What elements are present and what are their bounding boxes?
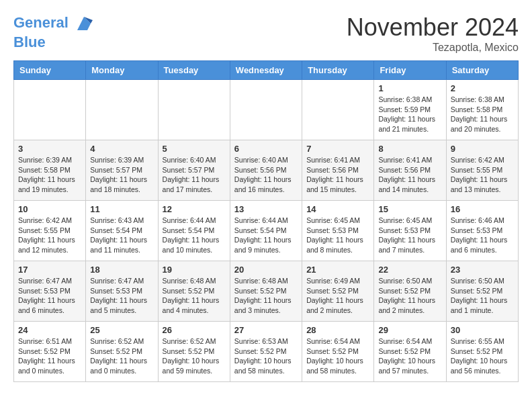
day-info: Sunrise: 6:40 AM Sunset: 5:57 PM Dayligh… [163, 155, 226, 195]
day-info: Sunrise: 6:45 AM Sunset: 5:53 PM Dayligh… [378, 216, 441, 255]
weekday-header: Tuesday [158, 61, 230, 80]
calendar-day-cell: 9Sunrise: 6:42 AM Sunset: 5:55 PM Daylig… [446, 140, 518, 201]
day-info: Sunrise: 6:43 AM Sunset: 5:54 PM Dayligh… [90, 216, 153, 255]
day-info: Sunrise: 6:39 AM Sunset: 5:58 PM Dayligh… [18, 155, 81, 195]
calendar-day-cell: 21Sunrise: 6:49 AM Sunset: 5:52 PM Dayli… [302, 261, 374, 322]
day-number: 15 [378, 204, 441, 214]
calendar-day-cell [158, 80, 230, 140]
location: Tezapotla, Mexico [347, 42, 519, 54]
day-number: 30 [451, 325, 514, 335]
calendar-day-cell: 19Sunrise: 6:48 AM Sunset: 5:52 PM Dayli… [158, 261, 230, 322]
day-number: 10 [18, 204, 81, 214]
day-info: Sunrise: 6:51 AM Sunset: 5:52 PM Dayligh… [18, 336, 81, 376]
day-info: Sunrise: 6:55 AM Sunset: 5:52 PM Dayligh… [451, 336, 514, 376]
calendar-day-cell: 14Sunrise: 6:45 AM Sunset: 5:53 PM Dayli… [302, 201, 374, 261]
logo-blue: Blue [13, 34, 94, 51]
day-number: 29 [378, 325, 441, 335]
weekday-header: Friday [374, 61, 446, 80]
calendar-table: SundayMondayTuesdayWednesdayThursdayFrid… [13, 60, 519, 382]
calendar-day-cell: 15Sunrise: 6:45 AM Sunset: 5:53 PM Dayli… [374, 201, 446, 261]
day-number: 18 [90, 265, 153, 275]
day-info: Sunrise: 6:53 AM Sunset: 5:52 PM Dayligh… [234, 336, 298, 376]
day-info: Sunrise: 6:38 AM Sunset: 5:59 PM Dayligh… [378, 95, 441, 134]
calendar-week-row: 17Sunrise: 6:47 AM Sunset: 5:53 PM Dayli… [14, 261, 519, 322]
weekday-header-row: SundayMondayTuesdayWednesdayThursdayFrid… [14, 61, 519, 80]
calendar-day-cell: 29Sunrise: 6:54 AM Sunset: 5:52 PM Dayli… [374, 322, 446, 382]
day-info: Sunrise: 6:41 AM Sunset: 5:56 PM Dayligh… [306, 155, 369, 195]
calendar-day-cell: 11Sunrise: 6:43 AM Sunset: 5:54 PM Dayli… [86, 201, 158, 261]
calendar-day-cell: 12Sunrise: 6:44 AM Sunset: 5:54 PM Dayli… [158, 201, 230, 261]
day-info: Sunrise: 6:39 AM Sunset: 5:57 PM Dayligh… [90, 155, 153, 195]
day-number: 1 [378, 83, 441, 93]
day-info: Sunrise: 6:50 AM Sunset: 5:52 PM Dayligh… [451, 276, 514, 316]
calendar-day-cell: 7Sunrise: 6:41 AM Sunset: 5:56 PM Daylig… [302, 140, 374, 201]
day-number: 14 [306, 204, 369, 214]
calendar-day-cell [302, 80, 374, 140]
day-info: Sunrise: 6:44 AM Sunset: 5:54 PM Dayligh… [163, 216, 226, 255]
logo: General Blue [13, 13, 94, 51]
calendar-day-cell: 1Sunrise: 6:38 AM Sunset: 5:59 PM Daylig… [374, 80, 446, 140]
day-number: 17 [18, 265, 81, 275]
day-info: Sunrise: 6:40 AM Sunset: 5:56 PM Dayligh… [234, 155, 298, 195]
calendar-week-row: 3Sunrise: 6:39 AM Sunset: 5:58 PM Daylig… [14, 140, 519, 201]
day-info: Sunrise: 6:41 AM Sunset: 5:56 PM Dayligh… [378, 155, 441, 195]
day-number: 25 [90, 325, 153, 335]
day-number: 8 [378, 144, 441, 154]
calendar-day-cell: 20Sunrise: 6:48 AM Sunset: 5:52 PM Dayli… [230, 261, 302, 322]
weekday-header: Saturday [446, 61, 518, 80]
day-number: 26 [163, 325, 226, 335]
day-number: 2 [451, 83, 514, 93]
logo-text: General [13, 13, 94, 34]
calendar-day-cell: 23Sunrise: 6:50 AM Sunset: 5:52 PM Dayli… [446, 261, 518, 322]
calendar-week-row: 1Sunrise: 6:38 AM Sunset: 5:59 PM Daylig… [14, 80, 519, 140]
calendar-day-cell: 2Sunrise: 6:38 AM Sunset: 5:58 PM Daylig… [446, 80, 518, 140]
weekday-header: Thursday [302, 61, 374, 80]
day-number: 27 [234, 325, 298, 335]
calendar-day-cell [86, 80, 158, 140]
day-info: Sunrise: 6:38 AM Sunset: 5:58 PM Dayligh… [451, 95, 514, 134]
day-info: Sunrise: 6:44 AM Sunset: 5:54 PM Dayligh… [234, 216, 298, 255]
weekday-header: Sunday [14, 61, 86, 80]
day-number: 6 [234, 144, 298, 154]
calendar-day-cell: 25Sunrise: 6:52 AM Sunset: 5:52 PM Dayli… [86, 322, 158, 382]
calendar-day-cell: 13Sunrise: 6:44 AM Sunset: 5:54 PM Dayli… [230, 201, 302, 261]
calendar-day-cell: 17Sunrise: 6:47 AM Sunset: 5:53 PM Dayli… [14, 261, 86, 322]
day-info: Sunrise: 6:52 AM Sunset: 5:52 PM Dayligh… [163, 336, 226, 376]
calendar-day-cell [14, 80, 86, 140]
day-info: Sunrise: 6:54 AM Sunset: 5:52 PM Dayligh… [378, 336, 441, 376]
calendar-day-cell: 6Sunrise: 6:40 AM Sunset: 5:56 PM Daylig… [230, 140, 302, 201]
page-header: General Blue November 2024 Tezapotla, Me… [13, 13, 519, 54]
calendar-day-cell: 8Sunrise: 6:41 AM Sunset: 5:56 PM Daylig… [374, 140, 446, 201]
day-info: Sunrise: 6:42 AM Sunset: 5:55 PM Dayligh… [451, 155, 514, 195]
day-info: Sunrise: 6:50 AM Sunset: 5:52 PM Dayligh… [378, 276, 441, 316]
title-block: November 2024 Tezapotla, Mexico [347, 13, 519, 54]
day-info: Sunrise: 6:42 AM Sunset: 5:55 PM Dayligh… [18, 216, 81, 255]
day-info: Sunrise: 6:46 AM Sunset: 5:53 PM Dayligh… [451, 216, 514, 255]
calendar-day-cell [230, 80, 302, 140]
day-number: 4 [90, 144, 153, 154]
calendar-day-cell: 26Sunrise: 6:52 AM Sunset: 5:52 PM Dayli… [158, 322, 230, 382]
day-number: 23 [451, 265, 514, 275]
day-info: Sunrise: 6:47 AM Sunset: 5:53 PM Dayligh… [90, 276, 153, 316]
weekday-header: Monday [86, 61, 158, 80]
day-info: Sunrise: 6:54 AM Sunset: 5:52 PM Dayligh… [306, 336, 369, 376]
calendar-day-cell: 18Sunrise: 6:47 AM Sunset: 5:53 PM Dayli… [86, 261, 158, 322]
logo-general: General [13, 14, 69, 31]
calendar-day-cell: 5Sunrise: 6:40 AM Sunset: 5:57 PM Daylig… [158, 140, 230, 201]
calendar-day-cell: 22Sunrise: 6:50 AM Sunset: 5:52 PM Dayli… [374, 261, 446, 322]
day-number: 11 [90, 204, 153, 214]
day-number: 12 [163, 204, 226, 214]
day-info: Sunrise: 6:48 AM Sunset: 5:52 PM Dayligh… [234, 276, 298, 316]
month-title: November 2024 [347, 13, 519, 42]
day-number: 20 [234, 265, 298, 275]
calendar-day-cell: 30Sunrise: 6:55 AM Sunset: 5:52 PM Dayli… [446, 322, 518, 382]
calendar-day-cell: 3Sunrise: 6:39 AM Sunset: 5:58 PM Daylig… [14, 140, 86, 201]
day-number: 3 [18, 144, 81, 154]
weekday-header: Wednesday [230, 61, 302, 80]
calendar-day-cell: 10Sunrise: 6:42 AM Sunset: 5:55 PM Dayli… [14, 201, 86, 261]
calendar-week-row: 10Sunrise: 6:42 AM Sunset: 5:55 PM Dayli… [14, 201, 519, 261]
day-info: Sunrise: 6:47 AM Sunset: 5:53 PM Dayligh… [18, 276, 81, 316]
day-number: 13 [234, 204, 298, 214]
calendar-day-cell: 27Sunrise: 6:53 AM Sunset: 5:52 PM Dayli… [230, 322, 302, 382]
calendar-week-row: 24Sunrise: 6:51 AM Sunset: 5:52 PM Dayli… [14, 322, 519, 382]
